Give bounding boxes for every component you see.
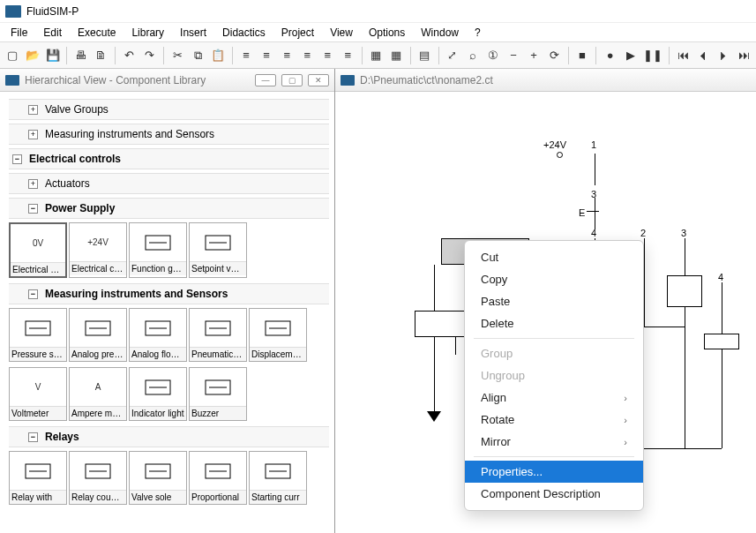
component-thumbnail[interactable]: Analog flow ...	[129, 308, 187, 362]
stop-icon[interactable]: ■	[573, 46, 590, 65]
undo-icon[interactable]: ↶	[121, 46, 138, 65]
close-button[interactable]: ✕	[308, 74, 329, 86]
play-icon[interactable]: ▶	[622, 46, 639, 65]
tree-header[interactable]: −Power Supply	[9, 198, 329, 219]
skip-back-icon[interactable]: ⏮	[675, 46, 692, 65]
minimize-button[interactable]: —	[255, 74, 276, 86]
tree-header[interactable]: −Electrical controls	[9, 148, 329, 169]
menu-project[interactable]: Project	[274, 25, 321, 41]
component-thumbnail[interactable]: Valve sole	[129, 451, 187, 505]
menu-library[interactable]: Library	[124, 25, 171, 41]
align-middle-icon[interactable]: ≡	[319, 46, 336, 65]
menu-file[interactable]: File	[4, 25, 34, 41]
toolbar: ▢📂💾🖶🗎↶↷✂⧉📋≡≡≡≡≡≡▦▦▤⤢⌕①−+⟳■●▶❚❚⏮⏴⏵⏭	[0, 42, 756, 69]
tree-header[interactable]: −Relays	[9, 426, 329, 447]
thumbnail-label: Indicator light	[130, 407, 186, 420]
ctx-mirror[interactable]: Mirror›	[465, 431, 643, 453]
menu-view[interactable]: View	[323, 25, 360, 41]
ctx-properties[interactable]: Properties...	[465, 461, 643, 483]
pause-icon[interactable]: ❚❚	[642, 46, 663, 65]
skip-fwd-icon[interactable]: ⏭	[736, 46, 752, 65]
library-tree[interactable]: +Valve Groups+Measuring instruments and …	[0, 92, 334, 533]
thumbnail-symbol-icon	[130, 309, 186, 348]
new-icon[interactable]: ▢	[4, 46, 20, 65]
zoom-1-icon[interactable]: ①	[484, 46, 501, 65]
menu-insert[interactable]: Insert	[173, 25, 213, 41]
tree-header[interactable]: −Measuring instruments and Sensors	[9, 283, 329, 304]
menu-didactics[interactable]: Didactics	[215, 25, 273, 41]
zoom-reset-icon[interactable]: ⟳	[546, 46, 563, 65]
menu-window[interactable]: Window	[414, 25, 466, 41]
collapse-icon[interactable]: −	[28, 204, 38, 214]
node-label-1: 1	[591, 139, 596, 150]
component-thumbnail[interactable]: Relay counter	[69, 451, 127, 505]
grid-icon[interactable]: ▦	[368, 46, 385, 65]
toolbar-separator	[66, 47, 67, 64]
copy-icon[interactable]: ⧉	[190, 46, 206, 65]
table-icon[interactable]: ▤	[416, 46, 433, 65]
align-right-icon[interactable]: ≡	[279, 46, 296, 65]
expand-icon[interactable]: +	[28, 105, 38, 115]
collapse-icon[interactable]: −	[28, 432, 38, 442]
ctx-delete[interactable]: Delete	[465, 312, 643, 334]
tree-header[interactable]: +Valve Groups	[9, 99, 329, 120]
component-thumbnail[interactable]: AAmpere meter	[69, 367, 127, 421]
component-thumbnail[interactable]: Indicator light	[129, 367, 187, 421]
zoom-fit-icon[interactable]: ⤢	[444, 46, 460, 65]
ctx-copy[interactable]: Copy	[465, 268, 643, 290]
component-thumbnail[interactable]: 0VElectrical co...	[9, 222, 67, 278]
open-icon[interactable]: 📂	[24, 46, 41, 65]
component-thumbnail[interactable]: Setpoint val...	[189, 222, 247, 278]
thumbnail-label: Setpoint val...	[190, 262, 246, 275]
expand-icon[interactable]: +	[28, 130, 38, 139]
component-thumbnail[interactable]: +24VElectrical co...	[69, 222, 127, 278]
collapse-icon[interactable]: −	[12, 154, 22, 164]
zoom-sel-icon[interactable]: ⌕	[464, 46, 481, 65]
align-top-icon[interactable]: ≡	[299, 46, 316, 65]
component-thumbnail[interactable]: Buzzer	[189, 367, 247, 421]
relay-component[interactable]	[667, 275, 702, 307]
component-thumbnail[interactable]: Pneumatic t...	[189, 308, 247, 362]
zoom-out-icon[interactable]: −	[505, 46, 522, 65]
component-thumbnail[interactable]: Analog pres...	[69, 308, 127, 362]
step-back-icon[interactable]: ⏴	[695, 46, 712, 65]
component-thumbnail[interactable]: Displaceme...	[249, 308, 307, 362]
ctx-paste[interactable]: Paste	[465, 290, 643, 312]
ctx-component-description[interactable]: Component Description	[465, 483, 643, 505]
align-bottom-icon[interactable]: ≡	[340, 46, 356, 65]
ctx-cut[interactable]: Cut	[465, 246, 643, 268]
print-icon[interactable]: 🖶	[72, 46, 89, 65]
collapse-icon[interactable]: −	[28, 289, 38, 299]
menu-edit[interactable]: Edit	[36, 25, 69, 41]
redo-icon[interactable]: ↷	[141, 46, 158, 65]
component-thumbnail[interactable]: Function ge...	[129, 222, 187, 278]
ctx-rotate[interactable]: Rotate›	[465, 409, 643, 431]
cut-icon[interactable]: ✂	[169, 46, 186, 65]
component-thumbnail[interactable]: Relay with	[9, 451, 67, 505]
menu-execute[interactable]: Execute	[71, 25, 123, 41]
relay-component[interactable]	[704, 334, 739, 349]
component-thumbnail[interactable]: Pressure se...	[9, 308, 67, 362]
component-thumbnail[interactable]: Proportional	[189, 451, 247, 505]
save-icon[interactable]: 💾	[44, 46, 61, 65]
paste-icon[interactable]: 📋	[210, 46, 227, 65]
ctx-align[interactable]: Align›	[465, 387, 643, 409]
zoom-in-icon[interactable]: +	[526, 46, 543, 65]
toolbar-separator	[438, 47, 439, 64]
tree-header[interactable]: +Actuators	[9, 173, 329, 194]
menu-[interactable]: ?	[468, 25, 488, 41]
rec-icon[interactable]: ●	[602, 46, 618, 65]
snap-icon[interactable]: ▦	[388, 46, 405, 65]
chevron-right-icon: ›	[624, 393, 627, 403]
align-center-icon[interactable]: ≡	[258, 46, 275, 65]
tree-header[interactable]: +Measuring instruments and Sensors	[9, 124, 329, 145]
print-preview-icon[interactable]: 🗎	[93, 46, 109, 65]
menu-options[interactable]: Options	[362, 25, 412, 41]
thumbnail-symbol-icon	[190, 452, 246, 491]
component-thumbnail[interactable]: VVoltmeter	[9, 367, 67, 421]
expand-icon[interactable]: +	[28, 179, 38, 189]
step-fwd-icon[interactable]: ⏵	[715, 46, 732, 65]
align-left-icon[interactable]: ≡	[238, 46, 255, 65]
maximize-button[interactable]: ▢	[281, 74, 303, 86]
component-thumbnail[interactable]: Starting curr	[249, 451, 307, 505]
